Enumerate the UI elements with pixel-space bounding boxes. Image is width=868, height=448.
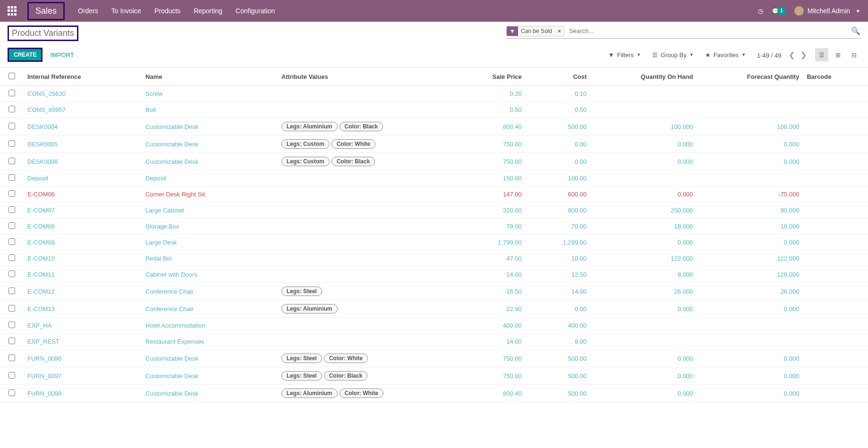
table-row[interactable]: E-COM06 Corner Desk Right Sit 147.00 600… (0, 186, 868, 203)
forecast-qty-value[interactable]: 100.000 (777, 123, 799, 130)
product-name-link[interactable]: Deposit (145, 175, 166, 182)
forecast-qty-value[interactable]: 26.000 (781, 288, 800, 295)
row-checkbox[interactable] (9, 338, 15, 344)
internal-reference-link[interactable]: DESK0006 (27, 158, 58, 165)
header-barcode[interactable]: Barcode (803, 68, 868, 86)
forecast-qty-value[interactable]: 0.000 (784, 355, 800, 362)
product-name-link[interactable]: Corner Desk Right Sit (145, 191, 205, 198)
row-checkbox[interactable] (9, 389, 15, 396)
favorites-dropdown[interactable]: ★ Favorites ▼ (705, 51, 746, 59)
table-row[interactable]: DESK0005 Customizable Desk Legs: CustomC… (0, 135, 868, 153)
sale-price-value[interactable]: 750.00 (503, 141, 522, 148)
search-icon[interactable]: 🔍 (851, 26, 860, 35)
internal-reference-link[interactable]: EXP_HA (27, 322, 51, 329)
internal-reference-link[interactable]: EXP_REST (27, 338, 60, 345)
cost-value[interactable]: 1,299.00 (563, 239, 587, 246)
qty-on-hand-value[interactable]: 0.000 (678, 158, 693, 165)
forecast-qty-value[interactable]: 0.000 (784, 158, 800, 165)
table-row[interactable]: CONS_89957 Bolt 0.50 0.50 (0, 102, 868, 118)
view-list-button[interactable]: ☰ (815, 48, 828, 61)
facet-remove-button[interactable]: × (555, 28, 564, 34)
internal-reference-link[interactable]: E-COM09 (27, 239, 55, 246)
internal-reference-link[interactable]: DESK0004 (27, 123, 58, 130)
cost-value[interactable]: 0.50 (575, 106, 587, 113)
sale-price-value[interactable]: 320.00 (503, 207, 522, 214)
cost-value[interactable]: 0.10 (575, 90, 587, 97)
product-name-link[interactable]: Customizable Desk (145, 355, 198, 362)
internal-reference-link[interactable]: DESK0005 (27, 141, 58, 148)
sale-price-value[interactable]: 22.90 (506, 305, 522, 313)
forecast-qty-value[interactable]: 0.000 (784, 390, 800, 397)
nav-orders[interactable]: Orders (78, 7, 98, 15)
cost-value[interactable]: 100.00 (568, 175, 587, 182)
nav-configuration[interactable]: Configuration (236, 7, 275, 15)
product-name-link[interactable]: Customizable Desk (145, 123, 198, 130)
forecast-qty-value[interactable]: 0.000 (784, 239, 800, 246)
header-attribute-values[interactable]: Attribute Values (278, 68, 455, 86)
product-name-link[interactable]: Bolt (145, 106, 156, 113)
internal-reference-link[interactable]: E-COM13 (27, 305, 55, 313)
sale-price-value[interactable]: 47.00 (506, 255, 522, 262)
qty-on-hand-value[interactable]: 0.000 (678, 372, 693, 380)
table-row[interactable]: E-COM08 Storage Box 79.00 70.00 18.000 1… (0, 219, 868, 235)
sale-price-value[interactable]: 0.50 (510, 106, 521, 113)
qty-on-hand-value[interactable]: 8.000 (678, 271, 693, 278)
product-name-link[interactable]: Customizable Desk (145, 158, 198, 165)
table-row[interactable]: FURN_0098 Customizable Desk Legs: Alumin… (0, 385, 868, 402)
table-row[interactable]: E-COM09 Large Desk 1,799.00 1,299.00 0.0… (0, 235, 868, 251)
pager-prev-button[interactable]: ❮ (789, 51, 795, 59)
internal-reference-link[interactable]: E-COM11 (27, 271, 55, 278)
qty-on-hand-value[interactable]: 0.000 (678, 355, 693, 362)
product-name-link[interactable]: Conference Chair (145, 288, 194, 295)
nav-reporting[interactable]: Reporting (194, 7, 222, 15)
forecast-qty-value[interactable]: 0.000 (784, 141, 800, 148)
product-name-link[interactable]: Customizable Desk (145, 141, 198, 148)
internal-reference-link[interactable]: E-COM06 (27, 191, 55, 198)
internal-reference-link[interactable]: E-COM07 (27, 207, 55, 214)
user-menu[interactable]: Mitchell Admin ▼ (794, 6, 860, 16)
view-grid-button[interactable]: ⊟ (847, 48, 860, 61)
table-row[interactable]: CONS_25630 Screw 0.20 0.10 (0, 86, 868, 102)
row-checkbox[interactable] (9, 238, 15, 245)
product-name-link[interactable]: Pedal Bin (145, 255, 172, 262)
table-row[interactable]: DESK0006 Customizable Desk Legs: CustomC… (0, 153, 868, 170)
table-row[interactable]: E-COM07 Large Cabinet 320.00 800.00 250.… (0, 203, 868, 219)
product-name-link[interactable]: Customizable Desk (145, 372, 198, 380)
qty-on-hand-value[interactable]: 250.000 (671, 207, 693, 214)
product-name-link[interactable]: Cabinet with Doors (145, 271, 197, 278)
row-checkbox[interactable] (9, 140, 15, 147)
cost-value[interactable]: 0.00 (575, 141, 587, 148)
cost-value[interactable]: 14.00 (571, 288, 587, 295)
cost-value[interactable]: 8.00 (575, 338, 587, 345)
nav-to-invoice[interactable]: To Invoice (111, 7, 141, 15)
groupby-dropdown[interactable]: ☰ Group By ▼ (652, 51, 694, 59)
qty-on-hand-value[interactable]: 0.000 (678, 191, 693, 198)
cost-value[interactable]: 800.00 (568, 207, 587, 214)
sale-price-value[interactable]: 0.20 (510, 90, 521, 97)
table-row[interactable]: E-COM12 Conference Chair Legs: Steel 16.… (0, 283, 868, 300)
product-name-link[interactable]: Large Cabinet (145, 207, 184, 214)
internal-reference-link[interactable]: FURN_0097 (27, 372, 61, 380)
row-checkbox[interactable] (9, 174, 15, 181)
sale-price-value[interactable]: 750.00 (503, 158, 522, 165)
row-checkbox[interactable] (9, 158, 15, 164)
cost-value[interactable]: 500.00 (568, 123, 587, 130)
app-name[interactable]: Sales (27, 2, 65, 20)
row-checkbox[interactable] (9, 190, 15, 197)
cost-value[interactable]: 12.50 (571, 271, 587, 278)
internal-reference-link[interactable]: E-COM12 (27, 288, 55, 295)
select-all-checkbox[interactable] (9, 73, 15, 79)
product-name-link[interactable]: Large Desk (145, 239, 177, 246)
pager-next-button[interactable]: ❯ (800, 51, 807, 59)
qty-on-hand-value[interactable]: 122.000 (671, 255, 693, 262)
table-row[interactable]: FURN_0096 Customizable Desk Legs: SteelC… (0, 350, 868, 367)
forecast-qty-value[interactable]: 90.000 (781, 207, 800, 214)
header-name[interactable]: Name (142, 68, 278, 86)
qty-on-hand-value[interactable]: 26.000 (674, 288, 693, 295)
row-checkbox[interactable] (9, 106, 15, 112)
row-checkbox[interactable] (9, 254, 15, 261)
sale-price-value[interactable]: 147.00 (503, 191, 522, 198)
table-row[interactable]: EXP_HA Hotel Accommodation 400.00 400.00 (0, 318, 868, 334)
row-checkbox[interactable] (9, 206, 15, 213)
forecast-qty-value[interactable]: 0.000 (784, 305, 800, 313)
